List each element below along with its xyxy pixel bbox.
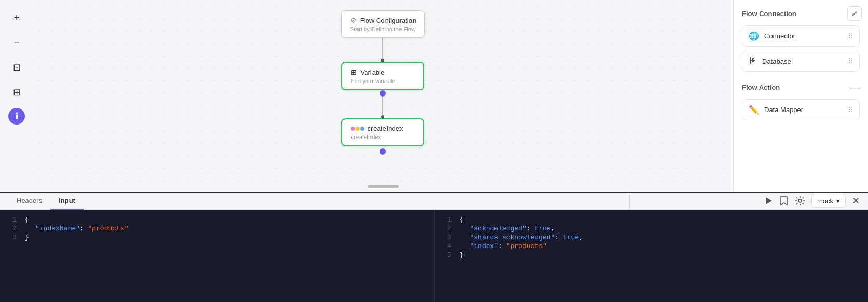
- section-header-connection: Flow Connection —: [742, 8, 860, 19]
- config-node-subtitle: Start by Defining the Flow: [350, 26, 416, 32]
- tab-input[interactable]: Input: [50, 193, 84, 210]
- variable-node-title: Variable: [360, 68, 384, 76]
- node-header: createIndex: [351, 125, 403, 132]
- flow-config-node[interactable]: ⚙ Flow Configuration Start by Defining t…: [341, 10, 425, 38]
- expand-button[interactable]: ⤢: [847, 6, 862, 21]
- mock-label: mock: [817, 197, 833, 205]
- node-header: ⊞ Variable: [351, 68, 384, 76]
- elastic-icon: [351, 127, 364, 131]
- database-label: Database: [762, 58, 791, 65]
- data-mapper-icon: ✏️: [749, 105, 759, 115]
- right-panel: ⤢ Flow Connection — 🌐 Connector ⠿ 🗄: [733, 0, 868, 192]
- connector-item-left: 🌐 Connector: [749, 31, 795, 41]
- config-node-title: Flow Configuration: [360, 17, 416, 24]
- tabs-bar: Headers Input: [0, 193, 629, 209]
- bottom-panel: Headers Input: [0, 192, 868, 302]
- connector-label: Connector: [764, 32, 795, 40]
- database-item[interactable]: 🗄 Database ⠿: [742, 51, 860, 72]
- data-mapper-drag-handle[interactable]: ⠿: [848, 106, 853, 114]
- variable-node-icon: ⊞: [351, 68, 357, 76]
- connector-dot-2: [380, 148, 386, 155]
- zoom-out-button[interactable]: −: [7, 33, 26, 52]
- out-line-4: 4 "index" : "products": [443, 242, 860, 250]
- left-toolbar: + − ⊡ ⊞ ℹ: [0, 0, 33, 192]
- svg-marker-0: [766, 197, 772, 204]
- grid-button[interactable]: ⊞: [7, 83, 26, 102]
- run-button[interactable]: [764, 196, 773, 205]
- data-mapper-item[interactable]: ✏️ Data Mapper ⠿: [742, 99, 860, 120]
- config-node-icon: ⚙: [350, 16, 357, 24]
- create-index-title: createIndex: [367, 125, 403, 132]
- zoom-in-button[interactable]: +: [7, 8, 26, 27]
- flow-action-section: Flow Action — ✏️ Data Mapper ⠿: [742, 82, 860, 120]
- flow-connection-section: Flow Connection — 🌐 Connector ⠿ 🗄 Databa…: [742, 8, 860, 72]
- connector-line-1: [382, 38, 383, 59]
- code-panels-row: 1 { 2 "indexName" : "products" 3 }: [0, 210, 868, 302]
- code-line-1: 1 {: [8, 216, 425, 224]
- scrollbar-handle[interactable]: [368, 185, 399, 188]
- connector-drag-handle[interactable]: ⠿: [848, 32, 853, 40]
- create-index-node[interactable]: createIndex createIndex: [341, 118, 424, 146]
- flow-nodes: ⚙ Flow Configuration Start by Defining t…: [341, 10, 425, 155]
- data-mapper-item-left: ✏️ Data Mapper: [749, 105, 803, 115]
- node-header: ⚙ Flow Configuration: [350, 16, 416, 24]
- connector-line-2: [382, 97, 383, 115]
- database-icon: 🗄: [749, 57, 757, 66]
- database-item-left: 🗄 Database: [749, 57, 791, 66]
- code-line-3: 3 }: [8, 234, 425, 241]
- connector-icon: 🌐: [749, 31, 759, 41]
- right-toolbar: mock ▾ ✕: [629, 193, 868, 209]
- bookmark-button[interactable]: [779, 196, 789, 206]
- section-header-action: Flow Action —: [742, 82, 860, 93]
- flow-action-title: Flow Action: [742, 84, 780, 91]
- close-button[interactable]: ✕: [852, 195, 860, 207]
- variable-node-subtitle: Edit your variable: [351, 78, 395, 84]
- connector-dot-1: [380, 90, 386, 97]
- svg-point-1: [798, 199, 802, 202]
- info-button[interactable]: ℹ: [8, 108, 25, 125]
- connector-item[interactable]: 🌐 Connector ⠿: [742, 25, 860, 47]
- flow-connection-title: Flow Connection: [742, 10, 796, 18]
- create-index-subtitle: createIndex: [351, 134, 380, 140]
- fit-button[interactable]: ⊡: [7, 58, 26, 77]
- data-mapper-label: Data Mapper: [764, 106, 803, 114]
- app-container: + − ⊡ ⊞ ℹ ⚙ Flow Configuration Start by …: [0, 0, 868, 302]
- flow-canvas: ⚙ Flow Configuration Start by Defining t…: [33, 0, 733, 192]
- out-line-2: 2 "acknowledged" : true ,: [443, 225, 860, 232]
- bottom-top-bar: Headers Input: [0, 193, 868, 210]
- database-drag-handle[interactable]: ⠿: [848, 57, 853, 65]
- left-code-panel: 1 { 2 "indexName" : "products" 3 }: [0, 210, 434, 302]
- mock-chevron-icon: ▾: [836, 197, 840, 205]
- settings-button[interactable]: [795, 196, 805, 206]
- right-code-panel: 1 { 2 "acknowledged" : true , 3 "shards_…: [434, 210, 869, 302]
- out-line-5: 5 }: [443, 251, 860, 259]
- out-line-1: 1 {: [443, 216, 860, 224]
- collapse-action-button[interactable]: —: [850, 82, 860, 93]
- mock-select[interactable]: mock ▾: [811, 195, 846, 208]
- variable-node[interactable]: ⊞ Variable Edit your variable: [341, 62, 424, 90]
- code-line-2: 2 "indexName" : "products": [8, 225, 425, 232]
- out-line-3: 3 "shards_acknowledged" : true ,: [443, 234, 860, 241]
- tab-headers[interactable]: Headers: [8, 193, 50, 210]
